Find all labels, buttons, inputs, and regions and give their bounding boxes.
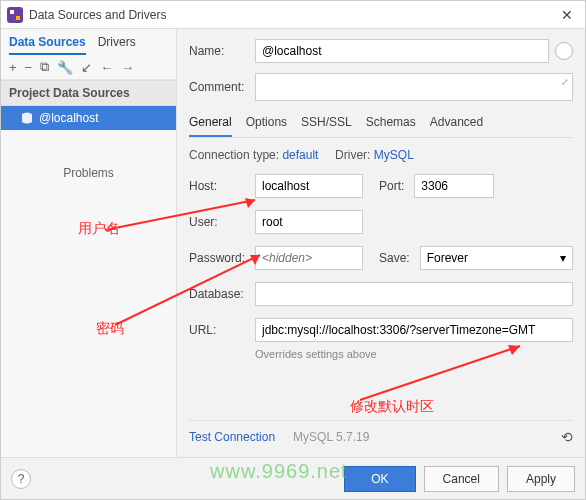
connection-type-label: Connection type:: [189, 148, 279, 162]
driver-link[interactable]: MySQL: [374, 148, 414, 162]
app-icon: [7, 7, 23, 23]
name-input[interactable]: [255, 39, 549, 63]
comment-input[interactable]: ⤢: [255, 73, 573, 101]
datasource-item-localhost[interactable]: @localhost: [1, 106, 176, 130]
expand-icon[interactable]: ⤢: [561, 77, 569, 87]
left-panel: Data Sources Drivers + − ⧉ 🔧 ↙ ← → Proje…: [1, 29, 177, 457]
dialog-footer: ? OK Cancel Apply: [1, 457, 585, 499]
tab-drivers[interactable]: Drivers: [98, 35, 136, 55]
user-input[interactable]: [255, 210, 363, 234]
save-value: Forever: [427, 251, 468, 265]
url-label: URL:: [189, 323, 255, 337]
tab-options[interactable]: Options: [246, 111, 287, 137]
tab-general[interactable]: General: [189, 111, 232, 137]
name-label: Name:: [189, 44, 255, 58]
wrench-icon[interactable]: 🔧: [57, 60, 73, 75]
dialog-title: Data Sources and Drivers: [29, 8, 555, 22]
dialog-body: Data Sources Drivers + − ⧉ 🔧 ↙ ← → Proje…: [1, 29, 585, 457]
host-input[interactable]: [255, 174, 363, 198]
close-icon[interactable]: ✕: [555, 7, 579, 23]
database-input[interactable]: [255, 282, 573, 306]
cancel-button[interactable]: Cancel: [424, 466, 499, 492]
tab-data-sources[interactable]: Data Sources: [9, 35, 86, 55]
comment-label: Comment:: [189, 80, 255, 94]
password-label: Password:: [189, 251, 255, 265]
connection-type-row: Connection type: default Driver: MySQL: [189, 148, 573, 162]
copy-icon[interactable]: ⧉: [40, 59, 49, 75]
save-label: Save:: [379, 251, 410, 265]
test-connection-link[interactable]: Test Connection: [189, 430, 275, 444]
datasource-icon: [21, 112, 33, 124]
test-connection-row: Test Connection MySQL 5.7.19 ⟲: [189, 420, 573, 445]
tab-advanced[interactable]: Advanced: [430, 111, 483, 137]
svg-rect-1: [10, 10, 14, 14]
apply-button[interactable]: Apply: [507, 466, 575, 492]
add-icon[interactable]: +: [9, 60, 17, 75]
password-input[interactable]: [255, 246, 363, 270]
datasource-label: @localhost: [39, 111, 99, 125]
remove-icon[interactable]: −: [25, 60, 33, 75]
driver-version: MySQL 5.7.19: [293, 430, 369, 444]
save-select[interactable]: Forever ▾: [420, 246, 573, 270]
port-input[interactable]: [414, 174, 494, 198]
import-icon[interactable]: ←: [100, 60, 113, 75]
project-data-sources-header: Project Data Sources: [1, 80, 176, 106]
chevron-down-icon: ▾: [560, 251, 566, 265]
left-toolbar: + − ⧉ 🔧 ↙ ← →: [1, 55, 176, 80]
tab-ssh-ssl[interactable]: SSH/SSL: [301, 111, 352, 137]
url-input[interactable]: [255, 318, 573, 342]
user-label: User:: [189, 215, 255, 229]
connection-type-link[interactable]: default: [282, 148, 318, 162]
titlebar: Data Sources and Drivers ✕: [1, 1, 585, 29]
export-icon[interactable]: →: [121, 60, 134, 75]
ok-button[interactable]: OK: [344, 466, 415, 492]
make-global-icon[interactable]: ↙: [81, 60, 92, 75]
problems-section[interactable]: Problems: [1, 130, 176, 180]
refresh-icon[interactable]: ⟲: [561, 429, 573, 445]
svg-rect-0: [7, 7, 23, 23]
left-tabs: Data Sources Drivers: [1, 29, 176, 55]
driver-label: Driver:: [335, 148, 370, 162]
host-label: Host:: [189, 179, 255, 193]
database-label: Database:: [189, 287, 255, 301]
tab-schemas[interactable]: Schemas: [366, 111, 416, 137]
right-panel: Name: Comment: ⤢ General Options SSH/SSL…: [177, 29, 585, 457]
svg-rect-2: [16, 16, 20, 20]
port-label: Port:: [379, 179, 404, 193]
color-picker-icon[interactable]: [555, 42, 573, 60]
dialog: Data Sources and Drivers ✕ Data Sources …: [0, 0, 586, 500]
help-icon[interactable]: ?: [11, 469, 31, 489]
detail-tabs: General Options SSH/SSL Schemas Advanced: [189, 111, 573, 138]
override-note: Overrides settings above: [255, 348, 573, 360]
